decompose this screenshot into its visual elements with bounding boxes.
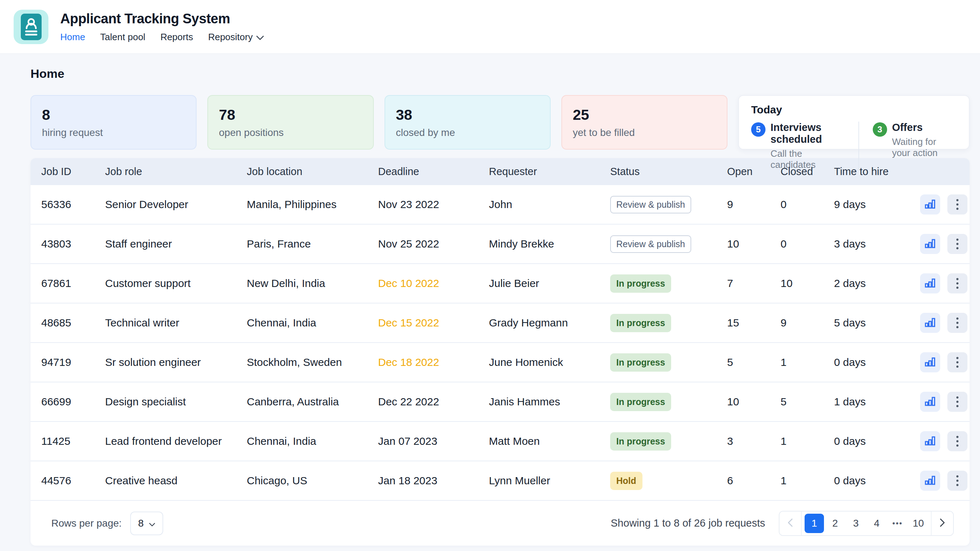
kebab-menu-icon bbox=[956, 317, 958, 328]
row-menu-button[interactable] bbox=[947, 273, 967, 293]
time-to-hire: 1 days bbox=[834, 396, 920, 408]
nav-item-talent-pool[interactable]: Talent pool bbox=[100, 32, 145, 43]
job-location: Chennai, India bbox=[247, 435, 378, 447]
stat-value: 38 bbox=[396, 107, 539, 123]
col-header-time-to-hire: Time to hire bbox=[834, 166, 920, 178]
today-item-interviews[interactable]: 5 Interviews scheduled Call the candidat… bbox=[751, 122, 845, 170]
row-menu-button[interactable] bbox=[947, 392, 967, 412]
chart-button[interactable] bbox=[920, 313, 940, 333]
nav-item-repository[interactable]: Repository bbox=[208, 32, 264, 43]
chart-button[interactable] bbox=[920, 392, 940, 412]
page-button-3[interactable]: 3 bbox=[845, 511, 866, 536]
requester: June Homenick bbox=[489, 356, 610, 368]
chart-button[interactable] bbox=[920, 352, 940, 373]
closed-count: 0 bbox=[781, 198, 834, 210]
row-menu-button[interactable] bbox=[947, 431, 967, 451]
requester: John bbox=[489, 198, 610, 210]
closed-count: 1 bbox=[781, 435, 834, 447]
chart-button[interactable] bbox=[920, 431, 940, 451]
table-row[interactable]: 56336 Senior Developer Manila, Philippin… bbox=[30, 185, 970, 225]
today-item-subtitle: Waiting for your action bbox=[892, 136, 957, 159]
app-header: Applicant Tracking System Home Talent po… bbox=[0, 0, 980, 54]
app-logo bbox=[14, 10, 48, 44]
row-menu-button[interactable] bbox=[947, 194, 967, 215]
requester: Matt Moen bbox=[489, 435, 610, 447]
job-id: 94719 bbox=[30, 356, 105, 368]
stat-card-open-positions: 78 open positions bbox=[207, 95, 374, 150]
id-card-person-icon bbox=[21, 14, 41, 40]
requester: Grady Hegmann bbox=[489, 317, 610, 329]
deadline: Nov 23 2022 bbox=[378, 198, 489, 210]
table-footer: Rows per page: 8 Showing 1 to 8 of 26 jo… bbox=[30, 501, 970, 546]
job-location: Chicago, US bbox=[247, 475, 378, 487]
nav-item-reports[interactable]: Reports bbox=[160, 32, 193, 43]
time-to-hire: 0 days bbox=[834, 475, 920, 487]
job-requests-table: Job ID Job role Job location Deadline Re… bbox=[30, 158, 970, 546]
closed-count: 9 bbox=[781, 317, 834, 329]
status-badge: In progress bbox=[610, 393, 671, 411]
chart-button[interactable] bbox=[920, 471, 940, 491]
deadline: Nov 25 2022 bbox=[378, 238, 489, 250]
page-button-1[interactable]: 1 bbox=[804, 511, 825, 536]
page-title: Home bbox=[30, 67, 970, 81]
job-id: 44576 bbox=[30, 475, 105, 487]
bar-chart-icon bbox=[925, 238, 935, 250]
chevron-left-icon bbox=[788, 518, 793, 528]
row-menu-button[interactable] bbox=[947, 352, 967, 373]
showing-results-text: Showing 1 to 8 of 26 job requests bbox=[611, 517, 765, 529]
bar-chart-icon bbox=[925, 475, 935, 487]
kebab-menu-icon bbox=[956, 436, 958, 447]
page-ellipsis[interactable]: ••• bbox=[887, 511, 908, 536]
closed-count: 10 bbox=[781, 277, 834, 290]
next-page-button[interactable] bbox=[931, 511, 953, 536]
deadline: Jan 18 2023 bbox=[378, 475, 489, 487]
table-row[interactable]: 94719 Sr solution engineer Stockholm, Sw… bbox=[30, 343, 970, 382]
status-badge: Hold bbox=[610, 472, 643, 490]
closed-count: 0 bbox=[781, 238, 834, 250]
job-role: Customer support bbox=[105, 277, 247, 290]
closed-count: 1 bbox=[781, 475, 834, 487]
page-button-4[interactable]: 4 bbox=[866, 511, 887, 536]
open-count: 5 bbox=[727, 356, 781, 368]
deadline: Jan 07 2023 bbox=[378, 435, 489, 447]
table-row[interactable]: 66699 Design specialist Canberra, Austra… bbox=[30, 382, 970, 422]
chevron-right-icon bbox=[940, 518, 945, 528]
job-role: Design specialist bbox=[105, 396, 247, 408]
previous-page-button[interactable] bbox=[780, 511, 802, 536]
row-menu-button[interactable] bbox=[947, 471, 967, 491]
stat-value: 8 bbox=[42, 107, 185, 123]
nav-item-home[interactable]: Home bbox=[60, 32, 85, 43]
kebab-menu-icon bbox=[956, 239, 958, 249]
rows-per-page-label: Rows per page: bbox=[51, 518, 122, 529]
page-button-2[interactable]: 2 bbox=[825, 511, 845, 536]
chart-button[interactable] bbox=[920, 194, 940, 215]
job-id: 56336 bbox=[30, 198, 105, 210]
chart-button[interactable] bbox=[920, 234, 940, 254]
page-button-10[interactable]: 10 bbox=[908, 511, 929, 536]
col-header-job-location: Job location bbox=[247, 166, 378, 178]
chevron-down-icon bbox=[149, 518, 155, 529]
chart-button[interactable] bbox=[920, 273, 940, 293]
bar-chart-icon bbox=[925, 278, 935, 290]
bar-chart-icon bbox=[925, 396, 935, 408]
time-to-hire: 5 days bbox=[834, 317, 920, 329]
table-row[interactable]: 44576 Creative heasd Chicago, US Jan 18 … bbox=[30, 461, 970, 501]
stat-label: closed by me bbox=[396, 127, 539, 139]
row-menu-button[interactable] bbox=[947, 234, 967, 254]
main-nav: Home Talent pool Reports Repository bbox=[60, 32, 264, 43]
col-header-status: Status bbox=[610, 166, 727, 178]
row-menu-button[interactable] bbox=[947, 313, 967, 333]
table-row[interactable]: 48685 Technical writer Chennai, India De… bbox=[30, 304, 970, 343]
today-item-offers[interactable]: 3 Offers Waiting for your action bbox=[873, 122, 957, 159]
table-row[interactable]: 11425 Lead frontend developer Chennai, I… bbox=[30, 422, 970, 461]
today-item-title: Interviews scheduled bbox=[770, 122, 845, 145]
deadline: Dec 22 2022 bbox=[378, 396, 489, 408]
deadline: Dec 18 2022 bbox=[378, 356, 489, 368]
job-id: 11425 bbox=[30, 435, 105, 447]
table-row[interactable]: 67861 Customer support New Delhi, India … bbox=[30, 264, 970, 304]
time-to-hire: 3 days bbox=[834, 238, 920, 250]
table-row[interactable]: 43803 Staff engineer Paris, France Nov 2… bbox=[30, 225, 970, 264]
rows-per-page-select[interactable]: 8 bbox=[130, 511, 163, 535]
job-role: Senior Developer bbox=[105, 198, 247, 210]
requester: Julie Beier bbox=[489, 277, 610, 290]
